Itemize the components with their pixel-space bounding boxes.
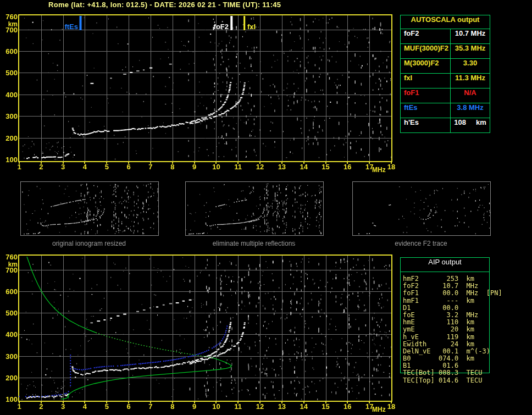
aip-table-rows: hmF2 253 kmfoF2 10.7 MHzfoF1 00.0 MHz [P… (403, 275, 529, 384)
x-tick-label: 8 (165, 163, 180, 171)
x-tick-label: 18 (384, 402, 398, 411)
x-tick-label: 15 (319, 402, 333, 411)
x-tick-label: 13 (275, 163, 289, 171)
aip-row: hmE 110 km (403, 318, 529, 325)
y-tick-label: 300 (1, 112, 18, 120)
autoscala-row: M(3000)F23.30 (401, 59, 490, 74)
x-tick-label: 11 (231, 163, 245, 171)
y-tick-label: 200 (1, 374, 18, 382)
marker-label-foF2: foF2 (199, 23, 229, 31)
marker-label-ftEs: ftEs (48, 23, 78, 31)
aip-row: D1 00.0 (403, 304, 529, 311)
x-axis-unit-label: MHz (372, 406, 386, 413)
y-tick-label: 600 (1, 287, 18, 296)
y-tick-label: 200 (1, 134, 18, 142)
thumbnail-caption: evidence F2 trace (352, 240, 490, 247)
thumbnail-eliminate-multiple-reflections (185, 181, 324, 236)
x-tick-label: 1 (12, 163, 26, 171)
aip-row: TEC[Top] 014.6 TECU (403, 377, 529, 384)
aip-table-header: AIP output (401, 258, 489, 272)
aip-row: DelN_vE 00.1 m^(-3) (403, 347, 529, 355)
x-tick-label: 15 (319, 163, 333, 171)
aip-row: foF2 10.7 MHz (403, 282, 529, 289)
page-title: Rome (lat: +41.8, lon: 012.5) - DATE: 20… (48, 1, 281, 9)
x-tick-label: 14 (297, 163, 311, 171)
thumbnail-evidence-f2-trace (352, 181, 491, 236)
autoscala-output-table: AUTOSCALA output foF210.7 MHzMUF(3000)F2… (400, 15, 490, 133)
x-tick-label: 5 (99, 163, 114, 171)
x-tick-label: 6 (121, 402, 136, 411)
autoscala-row-label: MUF(3000)F2 (401, 44, 451, 58)
aip-row: TEC[Bot] 008.3 TECU (403, 369, 529, 376)
autoscala-row: ftEs3.8 MHz (401, 103, 490, 118)
autoscala-row: MUF(3000)F235.3 MHz (401, 44, 490, 59)
aip-row: B1 01.6 (403, 362, 529, 369)
x-tick-label: 6 (121, 163, 136, 171)
x-tick-label: 16 (340, 163, 354, 171)
autoscala-table-header: AUTOSCALA output (401, 15, 490, 29)
x-tick-label: 12 (253, 163, 267, 171)
autoscala-row-value: N/A (451, 88, 490, 103)
x-tick-label: 4 (77, 163, 92, 171)
x-tick-label: 10 (209, 163, 223, 171)
x-tick-label: 3 (56, 402, 70, 411)
autoscala-row: fxI11.3 MHz (401, 74, 490, 88)
x-tick-label: 7 (143, 163, 158, 171)
aip-row: ymE 20 km (403, 325, 529, 333)
y-tick-label: 500 (1, 309, 18, 317)
autoscala-row-value: 3.8 MHz (451, 103, 490, 118)
x-tick-label: 9 (187, 163, 202, 171)
x-tick-label: 13 (275, 402, 289, 411)
autoscala-row-value: 35.3 MHz (451, 44, 490, 58)
aip-row: hmF1 --- km (403, 297, 529, 304)
aip-output-table: AIP output hmF2 253 kmfoF2 10.7 MHzfoF1 … (400, 257, 490, 373)
autoscala-row-label: foF2 (401, 29, 451, 43)
x-tick-label: 3 (56, 163, 70, 171)
x-tick-label: 14 (297, 402, 311, 411)
x-tick-label: 10 (209, 402, 223, 411)
y-tick-label: 400 (1, 330, 18, 339)
x-tick-label: 18 (384, 163, 398, 171)
autoscala-row-label: ftEs (401, 103, 451, 118)
autoscala-row-value: 108 km (451, 118, 490, 132)
y-tick-label: 760 (1, 13, 18, 21)
autoscala-row-value: 10.7 MHz (451, 29, 490, 43)
x-tick-label: 16 (340, 402, 354, 411)
thumbnail-original-ionogram (20, 181, 159, 236)
aip-row: hmF2 253 km (403, 275, 529, 282)
aip-row: B0 074.0 km (403, 355, 529, 362)
autoscala-row-value: 11.3 MHz (451, 74, 490, 88)
x-tick-label: 5 (99, 402, 114, 411)
x-axis-unit-label: MHz (372, 166, 386, 174)
autoscala-row-label: foF1 (401, 88, 451, 103)
aip-row: foF1 00.0 MHz [PN] (403, 289, 529, 296)
aip-row: h_vE 119 km (403, 333, 529, 340)
x-tick-label: 7 (143, 402, 158, 411)
autoscala-row: foF1N/A (401, 88, 490, 103)
y-tick-label: 500 (1, 69, 18, 77)
autoscala-row: h'Es108 km (401, 118, 490, 132)
x-tick-label: 2 (34, 163, 48, 171)
autoscala-row-label: h'Es (401, 118, 451, 132)
y-tick-label: 300 (1, 352, 18, 361)
x-tick-label: 12 (253, 402, 267, 411)
aip-row: foE 3.2 MHz (403, 311, 529, 318)
x-tick-label: 2 (34, 402, 48, 411)
thumbnail-caption: original ionogram resized (20, 240, 158, 247)
thumbnail-caption: eliminate multiple reflections (185, 240, 323, 247)
y-tick-label: 600 (1, 47, 18, 56)
autoscala-row: foF210.7 MHz (401, 29, 490, 44)
y-axis-unit-label: km (1, 20, 18, 28)
x-tick-label: 8 (165, 402, 180, 411)
marker-label-fxI: fxI (247, 23, 277, 31)
x-tick-label: 4 (77, 402, 92, 411)
autoscala-row-label: M(3000)F2 (401, 59, 451, 73)
y-tick-label: 760 (1, 253, 18, 261)
aip-row: Ewidth 24 km (403, 340, 529, 347)
x-tick-label: 1 (12, 402, 26, 411)
y-axis-unit-label: km (1, 261, 18, 268)
x-tick-label: 9 (187, 402, 202, 411)
autoscala-table-rows: foF210.7 MHzMUF(3000)F235.3 MHzM(3000)F2… (401, 29, 490, 132)
y-tick-label: 400 (1, 91, 18, 99)
autoscala-row-value: 3.30 (451, 59, 490, 73)
